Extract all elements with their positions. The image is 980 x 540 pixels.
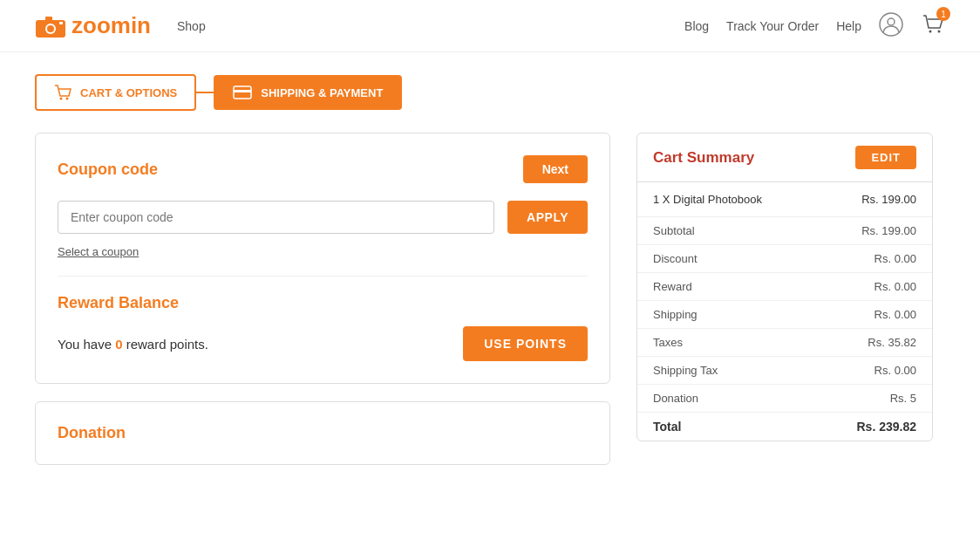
svg-point-9 [60, 98, 63, 100]
summary-row-value: Rs. 0.00 [875, 280, 916, 293]
coupon-title: Coupon code [58, 161, 158, 179]
total-value: Rs. 239.82 [857, 420, 917, 434]
edit-button[interactable]: EDIT [855, 146, 916, 169]
step-shipping-label: SHIPPING & PAYMENT [261, 86, 383, 99]
summary-row-label: Discount [653, 252, 698, 265]
use-points-button[interactable]: USE POINTS [463, 326, 588, 361]
summary-row-label: Shipping [653, 308, 698, 321]
summary-row: TaxesRs. 35.82 [637, 329, 932, 357]
summary-row: DonationRs. 5 [637, 385, 932, 413]
step-shipping-payment[interactable]: SHIPPING & PAYMENT [214, 75, 402, 110]
nav-shop[interactable]: Shop [177, 19, 206, 33]
summary-row-value: Rs. 199.00 [861, 224, 916, 237]
cart-summary: Cart Summary EDIT 1 X Digital Photobook … [636, 133, 933, 441]
next-button[interactable]: Next [523, 155, 588, 183]
svg-rect-12 [234, 90, 251, 92]
logo-text: zoomin [71, 12, 151, 39]
svg-point-8 [938, 31, 941, 33]
summary-row-value: Rs. 0.00 [875, 308, 916, 321]
cart-badge: 1 [936, 7, 950, 21]
summary-row-value: Rs. 0.00 [875, 252, 916, 265]
summary-rows: SubtotalRs. 199.00DiscountRs. 0.00Reward… [637, 217, 932, 413]
coupon-input-row: APPLY [58, 201, 588, 234]
summary-row-value: Rs. 0.00 [875, 364, 916, 377]
svg-point-7 [929, 31, 932, 33]
step-cart-label: CART & OPTIONS [80, 86, 177, 99]
cart-item-price: Rs. 199.00 [861, 193, 916, 206]
svg-point-2 [47, 25, 54, 32]
summary-row: DiscountRs. 0.00 [637, 245, 932, 273]
coupon-reward-card: Coupon code Next APPLY Select a coupon R… [35, 133, 610, 384]
summary-row: SubtotalRs. 199.00 [637, 217, 932, 245]
summary-row-label: Taxes [653, 336, 683, 349]
summary-row: RewardRs. 0.00 [637, 273, 932, 301]
donation-title: Donation [58, 424, 126, 441]
donation-card: Donation [35, 401, 610, 465]
apply-button[interactable]: APPLY [507, 201, 588, 234]
summary-row-label: Donation [653, 392, 698, 405]
cart-item-row: 1 X Digital Photobook Rs. 199.00 [637, 182, 932, 217]
cart-step-icon [54, 85, 71, 100]
cart-summary-title: Cart Summary [653, 149, 754, 167]
svg-rect-3 [45, 17, 52, 21]
select-coupon-link[interactable]: Select a coupon [58, 245, 139, 258]
reward-row: You have 0 reward points. USE POINTS [58, 326, 588, 361]
cart-summary-header: Cart Summary EDIT [637, 133, 932, 182]
left-panel: Coupon code Next APPLY Select a coupon R… [35, 133, 610, 465]
reward-text-suffix: reward points. [123, 337, 208, 352]
steps-breadcrumb: CART & OPTIONS SHIPPING & PAYMENT [0, 52, 980, 133]
payment-step-icon [233, 85, 252, 99]
reward-title: Reward Balance [58, 294, 588, 312]
summary-row-label: Shipping Tax [653, 364, 718, 377]
main-content: Coupon code Next APPLY Select a coupon R… [0, 133, 980, 465]
reward-text-prefix: You have [58, 337, 115, 352]
user-icon[interactable] [879, 12, 903, 39]
total-row: Total Rs. 239.82 [637, 413, 932, 441]
summary-row: Shipping TaxRs. 0.00 [637, 357, 932, 385]
cart-item-name: 1 X Digital Photobook [653, 193, 762, 206]
svg-rect-4 [59, 22, 63, 24]
nav-blog[interactable]: Blog [684, 19, 709, 33]
total-label: Total [653, 420, 681, 434]
summary-row: ShippingRs. 0.00 [637, 301, 932, 329]
summary-row-value: Rs. 35.82 [868, 336, 916, 349]
coupon-section-header: Coupon code Next [58, 155, 588, 183]
svg-point-6 [888, 18, 895, 25]
camera-icon [35, 14, 66, 38]
coupon-input[interactable] [58, 201, 494, 234]
cart-icon[interactable]: 1 [921, 12, 945, 39]
header: zoomin Shop Blog Track Your Order Help 1 [0, 0, 980, 52]
reward-text: You have 0 reward points. [58, 337, 208, 352]
step-connector [196, 92, 214, 93]
summary-row-label: Subtotal [653, 224, 695, 237]
reward-points: 0 [115, 337, 122, 352]
step-cart-options[interactable]: CART & OPTIONS [35, 74, 196, 111]
summary-row-value: Rs. 5 [890, 392, 916, 405]
logo[interactable]: zoomin [35, 12, 151, 39]
summary-row-label: Reward [653, 280, 692, 293]
reward-section: Reward Balance You have 0 reward points.… [58, 276, 588, 361]
right-panel: Cart Summary EDIT 1 X Digital Photobook … [636, 133, 933, 441]
svg-point-10 [66, 98, 69, 100]
header-right: Blog Track Your Order Help 1 [684, 12, 945, 39]
nav-track-order[interactable]: Track Your Order [726, 19, 819, 33]
nav-help[interactable]: Help [836, 19, 861, 33]
